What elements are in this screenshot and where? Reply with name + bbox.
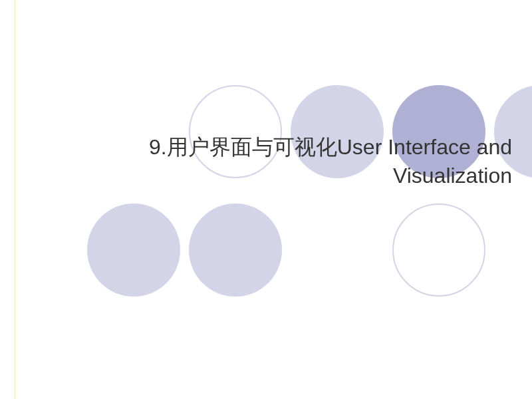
slide-title-line1: 9.用户界面与可视化User Interface and [60, 133, 512, 162]
slide-title: 9.用户界面与可视化User Interface and Visualizati… [60, 133, 512, 190]
decor-circle-outline-bottom [392, 203, 485, 297]
decor-circle-fill-bottom-2 [189, 203, 282, 297]
slide-title-line2: Visualization [60, 162, 512, 190]
vertical-hairline [15, 0, 15, 399]
decor-circle-fill-bottom-1 [87, 203, 180, 297]
